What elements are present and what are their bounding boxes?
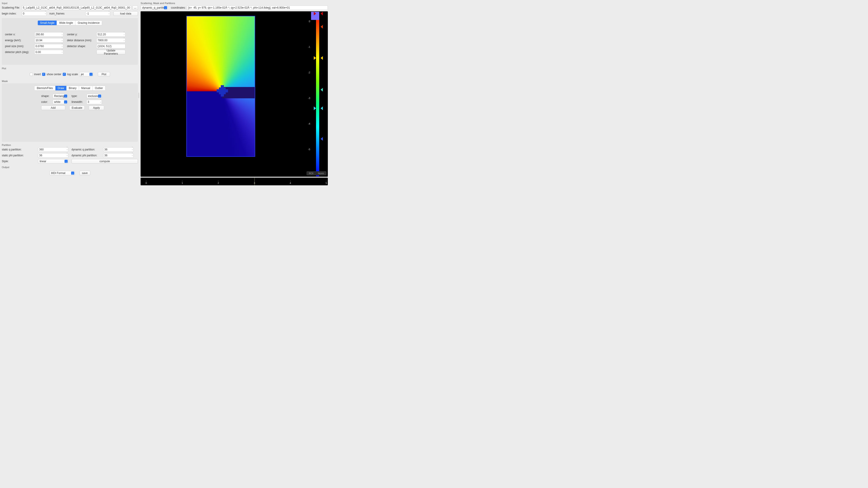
output-section-label: Output bbox=[2, 166, 138, 169]
tab-blemish[interactable]: Blemish/Files bbox=[34, 86, 55, 90]
tab-outlier[interactable]: Outlier bbox=[93, 86, 105, 90]
coordinates-label: coordinates: bbox=[171, 6, 186, 9]
plot-section-label: Plot bbox=[2, 67, 138, 70]
colorbar-tick-icon bbox=[314, 107, 316, 110]
shape-label: shape: bbox=[41, 94, 51, 98]
apply-button[interactable]: Apply bbox=[89, 106, 104, 110]
tab-small-angle[interactable]: Small Angle bbox=[38, 21, 57, 25]
dpp-field[interactable] bbox=[103, 153, 133, 158]
save-button[interactable]: save bbox=[80, 171, 90, 175]
mask-section-label: Mask bbox=[2, 80, 138, 83]
detpitch-label: detector pitch (deg): bbox=[5, 51, 33, 54]
compute-button[interactable]: compute bbox=[71, 159, 138, 164]
load-data-button[interactable]: load data bbox=[114, 11, 138, 16]
scattering-file-label: Scattering File: bbox=[2, 6, 20, 9]
type-select[interactable]: exclusive bbox=[87, 94, 102, 98]
log-scale-checkbox[interactable] bbox=[63, 73, 66, 76]
show-center-checkbox[interactable] bbox=[42, 73, 45, 76]
begin-index-label: begin index: bbox=[2, 12, 20, 15]
pixsize-field[interactable] bbox=[34, 44, 63, 49]
mask-tabs: Blemish/Files Draw Binary Manual Outlier bbox=[34, 86, 105, 91]
mode-tabs: Small Angle Wide Angle Grazing Incidence bbox=[38, 20, 102, 25]
show-center-label: show center bbox=[46, 73, 61, 76]
style-select[interactable]: linear bbox=[38, 159, 68, 164]
colorbar-tick-icon bbox=[320, 56, 323, 60]
format-select[interactable]: 8IDI Format bbox=[50, 171, 75, 175]
beam-center-marker[interactable]: + bbox=[219, 87, 226, 94]
color-select[interactable]: white bbox=[53, 100, 68, 104]
scattering-file-field[interactable] bbox=[22, 5, 131, 10]
detshape-field[interactable] bbox=[96, 44, 125, 49]
colorbar-tick-icon bbox=[320, 25, 323, 29]
tab-manual[interactable]: Manual bbox=[79, 86, 93, 90]
update-parameters-button[interactable]: Update Parameters bbox=[96, 50, 125, 54]
y-tick: -2 bbox=[308, 71, 310, 74]
shape-select[interactable]: Rectangle bbox=[53, 94, 68, 98]
colormap-select[interactable]: jet bbox=[79, 72, 93, 77]
roi-button[interactable]: ROI bbox=[307, 172, 316, 175]
linewidth-field[interactable] bbox=[87, 100, 102, 104]
center-x-label: center x: bbox=[5, 33, 33, 36]
add-button[interactable]: Add bbox=[41, 106, 65, 110]
partition-section-label: Partition bbox=[2, 144, 138, 146]
right-title: Scattering, Mask and Partitions bbox=[141, 2, 328, 4]
colorbar-tick-icon bbox=[320, 88, 323, 91]
y-tick: 0 bbox=[309, 20, 310, 23]
dqp-field[interactable] bbox=[103, 147, 133, 152]
detdist-field[interactable] bbox=[96, 38, 125, 42]
style-label: Style: bbox=[2, 160, 37, 163]
detector-image[interactable]: + bbox=[186, 16, 255, 157]
invert-label: invert bbox=[34, 73, 41, 76]
plot-button[interactable]: Plot bbox=[98, 72, 110, 77]
x-tick: 0 bbox=[146, 182, 147, 184]
color-label: color: bbox=[41, 101, 51, 104]
begin-index-field[interactable] bbox=[22, 11, 46, 16]
spp-field[interactable] bbox=[38, 153, 68, 158]
evaluate-button[interactable]: Evaluate bbox=[69, 106, 85, 110]
sqp-label: static q partition: bbox=[2, 148, 37, 151]
log-scale-label: log scale bbox=[67, 73, 78, 76]
energy-label: energy (keV): bbox=[5, 39, 33, 42]
center-y-field[interactable] bbox=[96, 32, 125, 37]
linewidth-label: linewidth: bbox=[71, 101, 85, 104]
num-frames-field[interactable] bbox=[85, 11, 110, 16]
plus-icon: + bbox=[221, 88, 223, 92]
y-tick: -4 bbox=[308, 122, 310, 125]
x-tick: 1 bbox=[182, 182, 183, 184]
detdist-label: detor distance (mm): bbox=[67, 39, 95, 42]
colorbar[interactable] bbox=[316, 12, 319, 176]
spp-label: static phi partition: bbox=[2, 154, 37, 157]
plot-canvas[interactable]: + 0 -1 -2 -3 -4 -5 ROI Nor bbox=[141, 11, 328, 177]
colorbar-tick-icon bbox=[314, 56, 316, 60]
x-axis-strip[interactable]: 012345 bbox=[141, 178, 328, 185]
energy-field[interactable] bbox=[34, 38, 63, 42]
dpp-label: dynamic phi partition: bbox=[71, 154, 102, 157]
center-x-field[interactable] bbox=[34, 32, 63, 37]
tab-draw[interactable]: Draw bbox=[56, 86, 67, 90]
colorbar-handle-max[interactable] bbox=[320, 12, 323, 16]
num-frames-label: num_frames bbox=[49, 12, 64, 15]
detpitch-field[interactable] bbox=[34, 50, 63, 54]
view-select[interactable]: dynamic_q_partition bbox=[141, 5, 168, 10]
pixsize-label: pixel size (mm): bbox=[5, 45, 33, 48]
x-tick: 4 bbox=[290, 182, 291, 184]
type-label: type: bbox=[71, 94, 85, 98]
splitter-handle[interactable] bbox=[138, 93, 139, 98]
tab-wide-angle[interactable]: Wide Angle bbox=[57, 21, 75, 25]
tab-grazing-incidence[interactable]: Grazing Incidence bbox=[75, 21, 102, 25]
detshape-label: detector shape: bbox=[67, 45, 95, 48]
invert-checkbox[interactable] bbox=[30, 73, 33, 76]
x-tick: 2 bbox=[218, 182, 219, 184]
colorbar-handle-max[interactable] bbox=[314, 12, 316, 16]
input-section-label: Input bbox=[2, 2, 138, 4]
colorbar-tick-icon bbox=[320, 107, 323, 110]
coordinates-field bbox=[187, 5, 328, 10]
tab-binary[interactable]: Binary bbox=[67, 86, 79, 90]
x-tick: 3 bbox=[254, 182, 255, 184]
colorbar-tick-icon bbox=[320, 137, 323, 141]
norm-button[interactable]: Norm bbox=[316, 172, 326, 175]
y-tick: -1 bbox=[308, 46, 310, 48]
x-tick: 5 bbox=[326, 182, 327, 184]
sqp-field[interactable] bbox=[38, 147, 68, 152]
browse-button[interactable]: ... bbox=[132, 5, 138, 10]
